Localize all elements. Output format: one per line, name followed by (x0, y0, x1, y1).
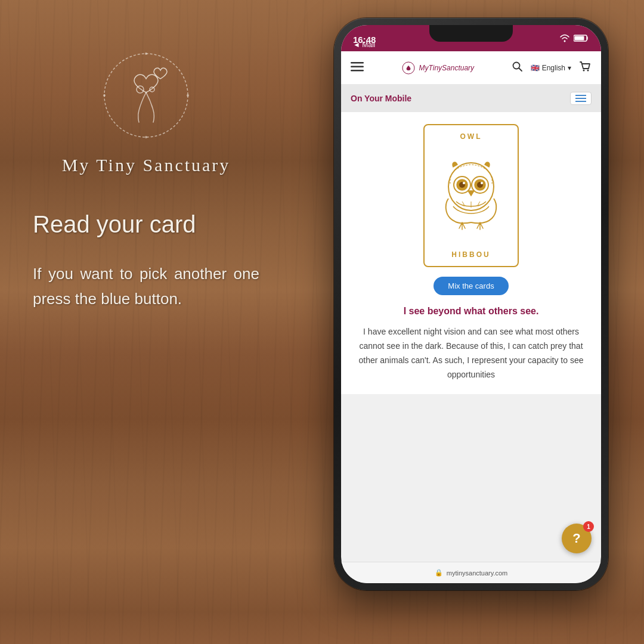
nav-logo-text: MyTinySanctuary (419, 64, 475, 72)
svg-rect-8 (575, 36, 584, 41)
svg-point-23 (463, 182, 465, 184)
svg-rect-9 (351, 62, 364, 64)
search-icon[interactable] (512, 61, 524, 75)
svg-point-13 (513, 62, 519, 69)
svg-point-15 (587, 69, 589, 71)
wifi-icon (559, 34, 570, 42)
battery-icon (574, 34, 589, 42)
chevron-down-icon: ▾ (568, 64, 571, 72)
card-body-text: I have excellent night vision and can se… (353, 325, 589, 382)
notch (429, 25, 513, 42)
instruction-text: If you want to pick another one press th… (33, 262, 259, 311)
card-frame: OWL (423, 124, 519, 267)
phone-screen: 16:48 ◄ Mail (341, 25, 601, 583)
scrollable-content: On Your Mobile OWL (341, 85, 601, 562)
section-header: On Your Mobile (341, 85, 601, 112)
lock-icon: 🔒 (435, 569, 443, 577)
language-label: English (542, 64, 565, 72)
owl-illustration (438, 154, 504, 237)
status-icons (559, 34, 589, 42)
logo-circle (98, 48, 194, 143)
cart-icon[interactable] (578, 60, 592, 76)
logo-icon (401, 61, 416, 75)
svg-rect-10 (351, 66, 364, 67)
help-icon: ? (572, 531, 580, 546)
help-button[interactable]: ? 1 (562, 524, 592, 553)
svg-point-6 (103, 94, 106, 97)
section-menu-btn[interactable] (570, 92, 592, 105)
brand-name: My Tiny Sanctuary (62, 155, 231, 175)
svg-point-24 (481, 182, 483, 184)
status-back[interactable]: ◄ Mail (353, 41, 375, 49)
notification-badge: 1 (583, 521, 594, 532)
svg-point-14 (583, 69, 584, 71)
card-subtitle: HIBBOU (451, 250, 490, 259)
svg-point-4 (187, 94, 189, 97)
mix-cards-button[interactable]: Mix the cards (434, 277, 508, 295)
status-bar: 16:48 ◄ Mail (341, 25, 601, 51)
read-card-title: Read your card (33, 211, 259, 238)
svg-point-3 (145, 52, 147, 55)
bottom-bar: 🔒 mytinysanctuary.com (341, 562, 601, 583)
section-title: On Your Mobile (351, 94, 411, 103)
svg-point-5 (145, 136, 147, 138)
hamburger-menu[interactable] (351, 62, 364, 74)
flag-icon: 🇬🇧 (531, 64, 540, 72)
svg-point-1 (137, 86, 144, 93)
phone-container: 16:48 ◄ Mail (334, 18, 626, 626)
nav-icons: 🇬🇧 English ▾ (512, 60, 592, 76)
svg-rect-11 (351, 70, 364, 72)
svg-point-0 (104, 54, 188, 137)
language-selector[interactable]: 🇬🇧 English ▾ (531, 64, 571, 72)
card-headline: I see beyond what others see. (404, 305, 539, 318)
left-panel: My Tiny Sanctuary Read your card If you … (0, 0, 292, 644)
nav-bar: MyTinySanctuary 🇬🇧 (341, 51, 601, 85)
nav-logo[interactable]: MyTinySanctuary (401, 61, 475, 75)
phone-outer: 16:48 ◄ Mail (334, 18, 608, 590)
card-section: OWL (341, 112, 601, 394)
card-title: OWL (460, 132, 482, 141)
site-url: mytinysanctuary.com (447, 569, 508, 577)
